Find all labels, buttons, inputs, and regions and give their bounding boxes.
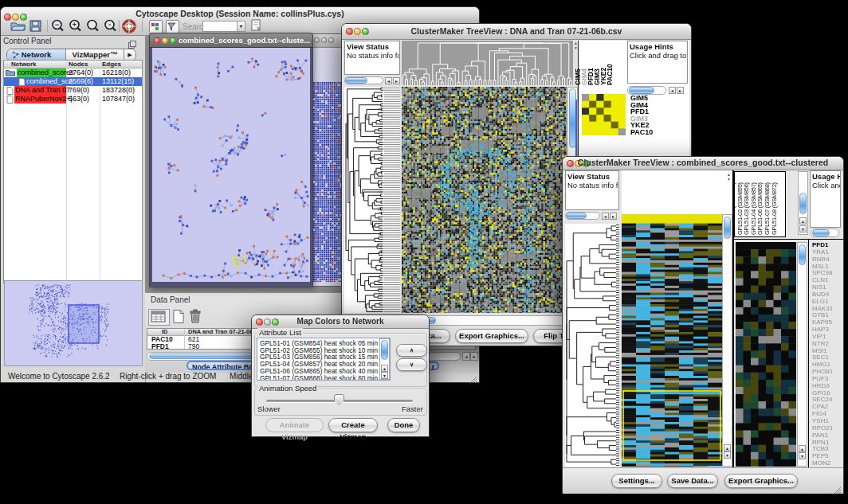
tv2-col-down-icon: ▼ bbox=[727, 177, 731, 182]
tab-overflow-arrow[interactable]: ▶ bbox=[124, 49, 135, 61]
zoom-in-icon[interactable]: + bbox=[69, 19, 83, 33]
folder-icon bbox=[6, 69, 15, 76]
tv2-collabel-scrollbar[interactable]: ▴▾ bbox=[798, 171, 808, 235]
network-row[interactable]: combined_sco2569(6)13112(15) bbox=[4, 77, 142, 86]
minimize-button[interactable] bbox=[162, 37, 168, 44]
header-edges: Edges bbox=[102, 61, 121, 68]
attribute-scroll-down[interactable]: ▾ bbox=[381, 372, 388, 379]
network2-canvas bbox=[312, 81, 341, 282]
tv2-zoom-vscrollbar[interactable]: ▴▾ bbox=[797, 242, 807, 467]
close-button[interactable] bbox=[154, 37, 160, 44]
tv1-usage-left[interactable]: ◂ bbox=[669, 87, 676, 94]
filter-doc-icon[interactable] bbox=[166, 20, 179, 33]
tv2-collabel-up[interactable]: ▴ bbox=[799, 217, 807, 225]
tv2-button-2[interactable]: Export Graphics... bbox=[724, 474, 798, 488]
tv2-col-dendro-area bbox=[622, 170, 732, 214]
search-dropdown-button[interactable]: ▼ bbox=[237, 21, 245, 32]
zoom-fit-icon[interactable] bbox=[86, 19, 100, 33]
tv2-vs-thumb[interactable] bbox=[566, 213, 587, 219]
help-lifering-icon[interactable] bbox=[122, 19, 137, 34]
tv2-title: ClusterMaker TreeView : combined_scores_… bbox=[563, 158, 843, 167]
tv1-view-status-title: View Status bbox=[347, 42, 389, 51]
zoom-selected-icon[interactable]: ▫ bbox=[104, 19, 118, 33]
resize-grip[interactable] bbox=[469, 373, 477, 381]
tv2-usage-scrollrow bbox=[810, 228, 841, 239]
tv2-divider1 bbox=[732, 170, 734, 467]
tv2-row-label: ELG1 bbox=[812, 298, 828, 305]
open-folder-icon[interactable] bbox=[10, 20, 26, 33]
svg-text:−: − bbox=[55, 21, 59, 29]
window-button-inactive[interactable] bbox=[328, 37, 334, 43]
tv2-button-0[interactable]: Settings... bbox=[611, 474, 662, 488]
tv2-zoom-heatmap bbox=[736, 242, 796, 467]
dialog-button-done[interactable]: Done bbox=[387, 418, 420, 432]
network-name: DNA and Tran 07 bbox=[15, 86, 70, 94]
move-down-button[interactable]: ∨ bbox=[396, 358, 427, 371]
network-nodes: 2569(6) bbox=[69, 77, 93, 85]
network-table-header: NetworkNodesEdges bbox=[4, 61, 142, 68]
tv2-row-label: PFD1 bbox=[812, 241, 828, 248]
tab-network[interactable]: Network bbox=[7, 49, 66, 61]
tv1-vs-left[interactable]: ◂ bbox=[385, 77, 392, 84]
attribute-list-scrollbar[interactable]: ▴▾ bbox=[379, 338, 390, 380]
network-row[interactable]: combined_scores2764(0)16218(0) bbox=[4, 68, 142, 77]
header-nodes: Nodes bbox=[69, 61, 88, 68]
group2-label: Animation Speed bbox=[257, 384, 318, 393]
zoom-button[interactable] bbox=[170, 37, 176, 44]
tv2-vscroll-thumb[interactable] bbox=[724, 217, 731, 239]
attr-tab-fragment[interactable]: r bbox=[429, 361, 439, 370]
network-tab-icon bbox=[12, 51, 19, 59]
zoom-out-icon[interactable]: − bbox=[51, 19, 65, 33]
tv1-title: ClusterMaker TreeView : DNA and Tran 07-… bbox=[342, 26, 691, 36]
tv1-usage-thumb[interactable] bbox=[629, 87, 654, 94]
dialog-button-animate-vizmap[interactable]: Animate Vizmap bbox=[265, 418, 324, 432]
move-up-button[interactable]: ∧ bbox=[396, 344, 427, 357]
tv1-vs-right[interactable]: ▸ bbox=[393, 77, 400, 84]
tv2-row-label: GTB1 bbox=[812, 311, 829, 318]
tv1-row-label: PAC10 bbox=[630, 128, 653, 136]
tab-vizmapper[interactable]: VizMapper™ bbox=[66, 49, 124, 61]
search-input[interactable] bbox=[202, 21, 238, 32]
tv2-zoom-thumb[interactable] bbox=[799, 244, 806, 265]
tv2-vscroll-up[interactable]: ▴ bbox=[724, 444, 731, 451]
annotation-doc-icon[interactable] bbox=[250, 19, 262, 32]
window-button-inactive[interactable] bbox=[314, 37, 320, 43]
network-grid-icon[interactable] bbox=[149, 20, 163, 33]
window-button-inactive[interactable] bbox=[321, 37, 327, 43]
scroll-left-button[interactable]: ◂ bbox=[462, 352, 470, 361]
network-row[interactable]: DNA and Tran 07769(0)183728(0) bbox=[4, 86, 142, 95]
network-window-title: combined_scores_good.txt--cluste... bbox=[179, 36, 310, 45]
tv1-col-dendrogram bbox=[402, 41, 573, 85]
table-mode-icon[interactable] bbox=[148, 309, 170, 326]
tv2-row-label: SPC98 bbox=[812, 269, 832, 276]
dialog-button-create-vizmap[interactable]: Create Vizmap bbox=[328, 418, 378, 432]
tv2-usage-thumb[interactable] bbox=[812, 229, 830, 236]
float-panel-icon[interactable] bbox=[128, 37, 136, 45]
tv2-col-label: GPL51-07 (GSM868) bbox=[764, 182, 771, 235]
tv2-button-1[interactable]: Save Data... bbox=[667, 474, 718, 488]
scroll-right-button[interactable]: ▸ bbox=[470, 352, 478, 361]
tv2-collabel-down[interactable]: ▾ bbox=[799, 225, 807, 232]
tv1-button-1[interactable]: Export Graphics... bbox=[455, 329, 528, 343]
save-icon[interactable] bbox=[29, 20, 42, 33]
tv2-vs-right[interactable]: ▸ bbox=[610, 213, 617, 220]
tv2-vscrollbar[interactable]: ▴▾ bbox=[722, 214, 732, 467]
tv2-zoom-up[interactable]: ▴ bbox=[799, 445, 806, 452]
new-doc-icon[interactable] bbox=[171, 309, 186, 324]
network-row[interactable]: RNAPuberNov2+|563(0)107847(0) bbox=[4, 95, 142, 104]
tv1-vs-thumb[interactable] bbox=[345, 77, 367, 84]
attribute-scroll-thumb[interactable] bbox=[381, 340, 388, 360]
tv2-zoom-down[interactable]: ▾ bbox=[799, 452, 806, 459]
attribute-scroll-up[interactable]: ▴ bbox=[381, 365, 388, 372]
attribute-item[interactable]: GPL51-07 (GSM868) heat shock 60 min bbox=[260, 374, 378, 381]
tv2-vscroll-down[interactable]: ▾ bbox=[724, 451, 731, 459]
tv1-usage-right[interactable]: ▸ bbox=[677, 87, 684, 94]
tv2-collabel-thumb[interactable] bbox=[799, 193, 807, 214]
trash-icon[interactable] bbox=[189, 309, 202, 324]
attribute-listbox[interactable]: GPL51-01 (GSM854) heat shock 05 minGPL51… bbox=[257, 338, 391, 381]
tv2-resize-grip[interactable] bbox=[833, 483, 842, 492]
tv2-vs-left[interactable]: ◂ bbox=[602, 213, 609, 220]
tv1-global-heatmap bbox=[582, 94, 626, 135]
tv2-row-label: YSH1 bbox=[812, 417, 829, 424]
tv2-view-status-title: View Status bbox=[567, 172, 610, 181]
